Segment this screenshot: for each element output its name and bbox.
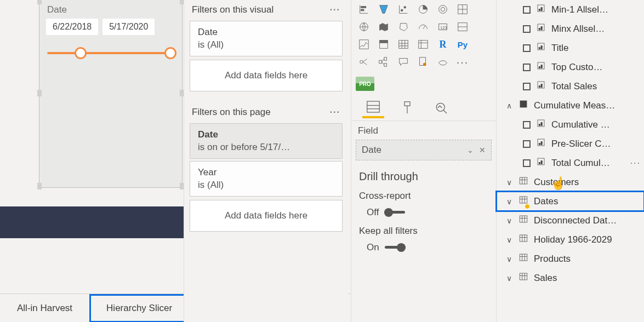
checkbox-icon[interactable]: [523, 83, 531, 90]
date-from-box[interactable]: 6/22/2018: [46, 19, 98, 35]
viz-map-icon[interactable]: [355, 19, 373, 35]
viz-decomposition-icon[interactable]: [374, 54, 393, 70]
checkbox-icon[interactable]: [523, 6, 531, 14]
more-icon[interactable]: ···: [630, 158, 641, 168]
field-topcusto[interactable]: Top Custo…: [497, 58, 644, 77]
checkmark-badge-icon: [525, 204, 530, 209]
checkbox-icon[interactable]: [523, 25, 531, 33]
xviz-pro-icon[interactable]: PRO: [356, 77, 374, 91]
filter-dropzone-visual[interactable]: Add data fields here: [190, 60, 343, 91]
resize-handle[interactable]: [37, 0, 42, 4]
viz-paginated-icon[interactable]: [414, 54, 432, 70]
table-disconnected[interactable]: ∨Disconnected Dat…: [497, 211, 644, 230]
checkbox-icon[interactable]: [523, 140, 531, 148]
viz-gauge-icon[interactable]: [414, 19, 432, 35]
checkbox-icon[interactable]: [523, 44, 531, 52]
svg-marker-4: [380, 5, 388, 14]
viz-clustered-bar-icon[interactable]: [355, 1, 373, 18]
field-well-date[interactable]: Date ⌄ ✕: [356, 140, 492, 160]
viz-pie-icon[interactable]: [414, 1, 432, 18]
svg-line-33: [363, 62, 367, 65]
table-icon: [518, 195, 528, 208]
table-holiday[interactable]: ∨Holiday 1966-2029: [497, 230, 644, 249]
field-minx[interactable]: Minx Allsel…: [497, 19, 644, 38]
svg-rect-63: [520, 101, 527, 107]
date-to-box[interactable]: 5/17/2020: [102, 19, 155, 35]
tab-hierarchy[interactable]: Hierarchy Slicer: [89, 294, 189, 323]
checkbox-icon[interactable]: [523, 159, 531, 167]
viz-matrix-icon[interactable]: [414, 36, 432, 53]
remove-icon[interactable]: ✕: [479, 146, 486, 154]
slider-handle-end[interactable]: [164, 47, 176, 59]
filter-title: Date: [198, 129, 334, 140]
table-icon: [518, 252, 528, 265]
viz-python-icon[interactable]: Py: [453, 36, 472, 53]
filter-dropzone-page[interactable]: Add data fields here: [190, 200, 343, 232]
svg-rect-61: [539, 86, 540, 88]
viz-table-icon[interactable]: [394, 36, 413, 53]
viz-qna-icon[interactable]: [394, 54, 413, 70]
checkbox-icon[interactable]: [523, 121, 531, 129]
viz-arcgis-icon[interactable]: [434, 54, 452, 70]
keep-filters-toggle[interactable]: [385, 243, 406, 252]
viz-donut-icon[interactable]: [434, 1, 452, 18]
viz-key-influencers-icon[interactable]: [355, 54, 373, 70]
svg-rect-41: [367, 101, 380, 112]
more-icon[interactable]: ···: [330, 5, 340, 15]
field-min1[interactable]: Min-1 Allsel…: [497, 0, 644, 19]
svg-rect-3: [361, 9, 364, 11]
field-cumulative[interactable]: Cumulative …: [497, 115, 644, 134]
viz-slicer-icon[interactable]: [374, 36, 393, 53]
checkbox-icon[interactable]: [523, 64, 531, 71]
svg-point-31: [360, 60, 363, 64]
field-title[interactable]: Title: [497, 38, 644, 58]
viz-shape-map-icon[interactable]: [394, 19, 413, 35]
svg-rect-81: [520, 216, 527, 222]
filters-pane: Filters on this visual ··· Date is (All)…: [184, 0, 348, 322]
measure-icon: [536, 22, 546, 35]
filter-card-date-page[interactable]: Date is on or before 5/17/…: [190, 123, 343, 159]
slicer-visual[interactable]: Date 6/22/2018 5/17/2020: [39, 0, 182, 187]
viz-r-icon[interactable]: R: [434, 36, 452, 53]
measure-icon: [536, 157, 546, 169]
more-icon[interactable]: ···: [330, 107, 340, 117]
viz-more-icon[interactable]: ···: [453, 54, 472, 70]
table-products[interactable]: ∨Products: [497, 249, 644, 268]
svg-text:123: 123: [440, 25, 447, 30]
measure-icon: [536, 61, 546, 73]
visualizations-pane: 123 R Py ··· PRO Field Date ⌄ ✕ Drill th…: [351, 0, 496, 322]
analytics-mode-icon[interactable]: [430, 97, 452, 118]
svg-rect-69: [541, 142, 542, 145]
table-customers[interactable]: ∨Customers: [497, 173, 644, 192]
filter-card-date[interactable]: Date is (All): [190, 21, 343, 56]
resize-handle[interactable]: [37, 90, 42, 96]
date-slider[interactable]: [47, 47, 174, 59]
field-totalsales[interactable]: Total Sales: [497, 77, 644, 96]
chevron-down-icon[interactable]: ⌄: [467, 146, 474, 154]
table-sales[interactable]: ∨Sales: [497, 268, 644, 288]
tab-allin[interactable]: All-in Harvest: [0, 294, 89, 323]
filter-card-year[interactable]: Year is (All): [190, 161, 343, 197]
measure-icon: [536, 80, 546, 93]
viz-treemap-icon[interactable]: [453, 1, 472, 18]
report-canvas[interactable]: Date 6/22/2018 5/17/2020: [0, 0, 184, 290]
viz-funnel-icon[interactable]: [374, 1, 393, 18]
fields-mode-icon[interactable]: [362, 97, 384, 118]
format-mode-icon[interactable]: [396, 97, 418, 118]
slider-handle-start[interactable]: [75, 47, 87, 59]
chevron-up-icon: ∧: [505, 101, 513, 110]
viz-scatter-icon[interactable]: [394, 1, 413, 18]
group-cumulative[interactable]: ∧Cumulative Meas…: [497, 96, 644, 115]
table-dates[interactable]: ∨Dates: [497, 192, 644, 211]
field-totalcumul[interactable]: Total Cumul…···: [497, 153, 644, 173]
viz-filled-map-icon[interactable]: [374, 19, 393, 35]
svg-rect-2: [361, 7, 366, 8]
svg-rect-56: [541, 46, 542, 49]
toggle-on-label: On: [367, 242, 379, 253]
cross-report-toggle[interactable]: [384, 208, 405, 217]
viz-multi-card-icon[interactable]: [453, 19, 472, 35]
field-preslicer[interactable]: Pre-Slicer C…: [497, 134, 644, 153]
resize-handle[interactable]: [37, 183, 42, 189]
viz-card-icon[interactable]: 123: [434, 19, 452, 35]
viz-kpi-icon[interactable]: [355, 36, 373, 53]
